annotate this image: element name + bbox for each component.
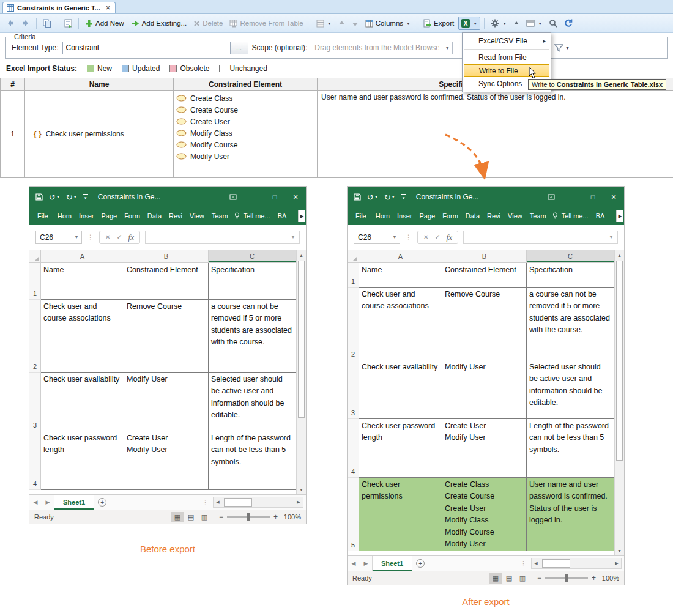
row-header[interactable]: 4	[29, 431, 41, 490]
copy-button[interactable]	[40, 17, 54, 29]
cancel-icon[interactable]: ✕	[105, 234, 110, 240]
cell[interactable]: Selected user should be active user and …	[209, 373, 296, 431]
filter-button[interactable]: ▼	[554, 44, 570, 52]
ribbon-overflow-button[interactable]: ▶	[616, 210, 623, 222]
select-all-corner[interactable]	[29, 250, 41, 262]
page-break-view-button[interactable]: ▥	[516, 573, 529, 584]
vertical-scroll-thumb[interactable]	[616, 261, 623, 461]
formula-input[interactable]: ▼	[145, 231, 300, 244]
zoom-slider[interactable]	[227, 516, 270, 518]
quick-access-customize-button[interactable]: ▼	[83, 194, 88, 200]
normal-view-button[interactable]: ▦	[171, 512, 184, 522]
cell[interactable]: Check user password length	[41, 431, 124, 490]
vertical-scroll-track[interactable]	[615, 260, 624, 546]
cell[interactable]: Modify User	[124, 373, 209, 431]
ribbon-tab-home[interactable]: Hom	[54, 212, 75, 220]
element-type-browse-button[interactable]: ...	[230, 42, 248, 54]
ribbon-display-options-button[interactable]	[541, 187, 562, 207]
splitter-grip[interactable]: ⋮	[518, 556, 529, 571]
forward-button[interactable]	[19, 17, 32, 29]
undo-button[interactable]: ↺▼	[49, 193, 60, 201]
ribbon-tab-team[interactable]: Team	[208, 212, 232, 220]
insert-function-button[interactable]: fx	[447, 232, 452, 242]
ribbon-tab-ba[interactable]: BA	[274, 212, 291, 220]
constrained-element-item[interactable]: Modify Course	[176, 139, 314, 150]
row-options-button[interactable]: ▼	[314, 18, 334, 29]
collapse-toolbar-button[interactable]	[511, 19, 522, 28]
cancel-icon[interactable]: ✕	[423, 234, 428, 240]
minimize-button[interactable]: –	[562, 187, 582, 207]
vertical-scrollbar[interactable]: ▲ ▼	[296, 250, 306, 494]
scroll-up-icon[interactable]: ▲	[297, 250, 306, 260]
ribbon-display-options-button[interactable]	[223, 187, 244, 207]
zoom-out-button[interactable]: −	[219, 513, 223, 521]
col-header-constrained-element[interactable]: Constrained Element	[174, 78, 318, 91]
enter-icon[interactable]: ✓	[116, 233, 122, 241]
horizontal-scrollbar[interactable]: ◀ ▶	[531, 558, 622, 569]
cell[interactable]: Check user availability	[41, 373, 124, 431]
cell[interactable]: Check user and course associations	[359, 288, 442, 360]
constrained-element-cell[interactable]: Create Class Create Course Create User M…	[174, 91, 318, 178]
excel-sync-menu-button[interactable]: X ▼	[458, 17, 480, 30]
row-header[interactable]: 4	[348, 419, 359, 478]
save-icon[interactable]	[354, 193, 361, 201]
element-type-field[interactable]	[62, 42, 226, 54]
constrained-element-item[interactable]: Modify User	[176, 150, 314, 162]
row-header[interactable]: 1	[348, 263, 359, 288]
constrained-element-item[interactable]: Modify Class	[176, 127, 314, 139]
document-tab[interactable]: Constraints in Generic T... ✕	[2, 2, 116, 13]
scroll-right-icon[interactable]: ▶	[294, 500, 303, 505]
cell[interactable]: Specification	[209, 263, 296, 300]
cell[interactable]: Length of the password can not be less t…	[527, 419, 614, 478]
enter-icon[interactable]: ✓	[434, 233, 440, 241]
redo-button[interactable]: ↻▼	[384, 193, 395, 201]
row-header[interactable]: 3	[348, 360, 359, 419]
minimize-button[interactable]: –	[244, 187, 264, 207]
name-cell[interactable]: { }Check user permissions	[25, 91, 174, 178]
cell[interactable]: Create User Modify User	[124, 431, 209, 490]
report-button[interactable]	[62, 17, 75, 29]
options-gear-button[interactable]: ▼	[488, 17, 509, 29]
normal-view-button[interactable]: ▦	[489, 573, 502, 584]
zoom-level[interactable]: 100%	[281, 513, 301, 521]
cell[interactable]: Remove Course	[124, 300, 209, 373]
row-header[interactable]: 2	[348, 288, 359, 360]
cell[interactable]: Selected user should be active user and …	[527, 360, 614, 419]
name-box[interactable]: C26▼	[35, 231, 82, 244]
scroll-left-icon[interactable]: ◀	[214, 500, 222, 505]
page-layout-view-button[interactable]: ▤	[503, 573, 515, 584]
cell[interactable]: Name	[359, 263, 442, 288]
add-sheet-button[interactable]: +	[94, 495, 110, 510]
zoom-out-button[interactable]: −	[537, 574, 541, 582]
row-number-cell[interactable]: 1	[1, 91, 25, 178]
formula-input[interactable]: ▼	[463, 231, 618, 244]
excel-titlebar[interactable]: ↺▼ ↻▼ ▼ Constraints in Ge... – □ ✕	[29, 187, 306, 207]
splitter-grip[interactable]: ⋮	[200, 495, 210, 510]
ribbon-tab-file[interactable]: File	[32, 212, 54, 220]
back-button[interactable]	[4, 17, 17, 29]
redo-button[interactable]: ↻▼	[66, 193, 77, 201]
constrained-element-item[interactable]: Create Course	[176, 104, 314, 116]
name-box[interactable]: C26▼	[354, 231, 400, 244]
scroll-down-icon[interactable]: ▼	[297, 484, 306, 494]
sheet-tab[interactable]: Sheet1	[54, 495, 94, 510]
export-button[interactable]: Export	[421, 17, 456, 29]
move-down-button[interactable]	[349, 18, 361, 29]
close-icon[interactable]: ✕	[106, 5, 111, 11]
ribbon-tab-page-layout[interactable]: Page	[415, 212, 439, 220]
move-up-button[interactable]	[336, 18, 348, 29]
sheet-nav-right-icon[interactable]: ▶	[360, 556, 372, 571]
scroll-right-icon[interactable]: ▶	[612, 561, 621, 566]
menu-item-excel-csv-file[interactable]: Excel/CSV File ▸	[464, 34, 549, 48]
cell[interactable]: Check user password length	[359, 419, 442, 478]
column-header-a[interactable]: A	[359, 250, 442, 262]
chevron-down-icon[interactable]: ▼	[442, 46, 452, 50]
zoom-slider[interactable]	[545, 577, 588, 579]
save-icon[interactable]	[35, 193, 43, 201]
chevron-down-icon[interactable]: ▼	[72, 235, 81, 239]
ribbon-tab-page-layout[interactable]: Page	[97, 212, 121, 220]
close-button[interactable]: ✕	[603, 187, 624, 207]
cell[interactable]: Remove Course	[442, 288, 527, 360]
ribbon-tab-home[interactable]: Hom	[372, 212, 393, 220]
vertical-scrollbar[interactable]: ▲ ▼	[614, 250, 624, 555]
